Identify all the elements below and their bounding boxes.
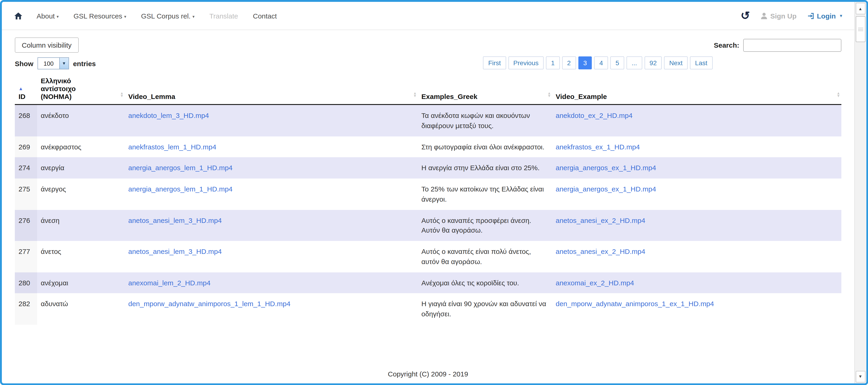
video-lemma-link[interactable]: anetos_anesi_lem_3_HD.mp4	[128, 216, 222, 224]
scrollbar-down-button[interactable]: ▼	[856, 371, 865, 382]
column-header-greek[interactable]: Ελληνικό αντίστοιχο (ΝΟΗΜΑ) ▲▼	[37, 74, 125, 105]
cell-greek-word: ανέκφραστος	[37, 136, 125, 158]
column-header-video-lemma[interactable]: Video_Lemma ▲▼	[125, 74, 418, 105]
cell-video-lemma: anekfrastos_lem_1_HD.mp4	[125, 136, 418, 158]
sort-icon: ▲▼	[413, 92, 417, 98]
nav-item-gsl-resources[interactable]: GSL Resources▾	[73, 12, 126, 20]
page-button-first[interactable]: First	[483, 57, 506, 69]
controls-row-bottom: Show 100 ▼ entries FirstPrevious12345...…	[15, 57, 841, 69]
sort-icon: ▲▼	[837, 92, 840, 98]
history-icon[interactable]: ↺	[741, 10, 750, 21]
table-body: 268 ανέκδοτο anekdoto_lem_3_HD.mp4 Τα αν…	[15, 105, 841, 325]
main-column: About▾GSL Resources▾GSL Corpus rel.▾Tran…	[2, 2, 854, 383]
cell-example-greek: Τα ανέκδοτα κωφών και ακουόντων διαφέρου…	[418, 105, 552, 136]
page-button-5[interactable]: 5	[610, 57, 624, 69]
page-button-last[interactable]: Last	[690, 57, 712, 69]
cell-video-lemma: anergia_anergos_lem_1_HD.mp4	[125, 178, 418, 210]
page-button-92[interactable]: 92	[644, 57, 662, 69]
cell-video-example: anekfrastos_ex_1_HD.mp4	[552, 136, 841, 158]
cell-greek-word: ανέκδοτο	[37, 105, 125, 136]
login-button[interactable]: Login ▾	[808, 12, 842, 20]
entries-select-value: 100	[38, 58, 59, 69]
cell-id: 275	[15, 178, 37, 210]
scale-wrapper: About▾GSL Resources▾GSL Corpus rel.▾Tran…	[0, 0, 868, 385]
table-row: 277 άνετος anetos_anesi_lem_3_HD.mp4 Αυτ…	[15, 241, 841, 272]
nav-item-about[interactable]: About▾	[37, 12, 59, 20]
page-button-next[interactable]: Next	[664, 57, 688, 69]
cell-video-example: anexomai_ex_2_HD.mp4	[552, 272, 841, 293]
table-row: 282 αδυνατώ den_mporw_adynatw_animporos_…	[15, 293, 841, 325]
search-wrap: Search:	[714, 39, 841, 51]
cell-id: 277	[15, 241, 37, 272]
cell-video-example: anergia_anergos_ex_1_HD.mp4	[552, 158, 841, 179]
nav-item-contact[interactable]: Contact	[253, 12, 277, 20]
pagination: FirstPrevious12345...92NextLast	[481, 57, 712, 69]
copyright-text: Copyright (C) 2009 - 2019	[388, 370, 468, 378]
cell-id: 276	[15, 210, 37, 241]
video-lemma-link[interactable]: anergia_anergos_lem_1_HD.mp4	[128, 185, 232, 193]
cell-example-greek: Η ανεργία στην Ελλάδα είναι στο 25%.	[418, 158, 552, 179]
content-area: Column visibility Search: Show 100 ▼ ent…	[2, 30, 854, 365]
page-button-3[interactable]: 3	[578, 57, 592, 69]
page-button-4[interactable]: 4	[594, 57, 608, 69]
video-lemma-link[interactable]: anetos_anesi_lem_3_HD.mp4	[128, 247, 222, 255]
video-lemma-link[interactable]: anekfrastos_lem_1_HD.mp4	[128, 143, 216, 150]
cell-video-example: anetos_anesi_ex_2_HD.mp4	[552, 210, 841, 241]
cell-example-greek: Αυτός ο καναπές προσφέρει άνεση. Αυτόν θ…	[418, 210, 552, 241]
column-header-examples-greek[interactable]: Examples_Greek ▲▼	[418, 74, 552, 105]
table-row: 280 ανέχομαι anexomai_lem_2_HD.mp4 Ανέχο…	[15, 272, 841, 293]
cell-video-lemma: anetos_anesi_lem_3_HD.mp4	[125, 241, 418, 272]
nav-item-gsl-corpus-rel[interactable]: GSL Corpus rel.▾	[141, 12, 194, 20]
cell-id: 268	[15, 105, 37, 136]
home-button[interactable]	[14, 12, 23, 20]
video-example-link[interactable]: anekdoto_ex_2_HD.mp4	[556, 111, 632, 119]
page-button-2[interactable]: 2	[562, 57, 576, 69]
page-button-previous[interactable]: Previous	[508, 57, 544, 69]
table-row: 275 άνεργος anergia_anergos_lem_1_HD.mp4…	[15, 178, 841, 210]
video-lemma-link[interactable]: anekdoto_lem_3_HD.mp4	[128, 111, 209, 119]
nav-right: ↺ Sign Up Login ▾	[741, 10, 842, 21]
show-label: Show	[15, 60, 33, 67]
scrollbar-up-button[interactable]: ▲	[856, 3, 865, 14]
home-icon	[14, 12, 23, 20]
cell-id: 274	[15, 158, 37, 179]
video-example-link[interactable]: anergia_anergos_ex_1_HD.mp4	[556, 185, 656, 193]
vertical-scrollbar[interactable]: ▲ ▼	[854, 2, 866, 383]
cell-greek-word: άνεση	[37, 210, 125, 241]
video-lemma-link[interactable]: den_mporw_adynatw_animporos_1_lem_1_HD.m…	[128, 300, 290, 308]
video-example-link[interactable]: den_mporw_adynatw_animporos_1_ex_1_HD.mp…	[556, 300, 714, 308]
footer: Copyright (C) 2009 - 2019	[2, 365, 854, 383]
cell-video-example: den_mporw_adynatw_animporos_1_ex_1_HD.mp…	[552, 293, 841, 325]
column-visibility-button[interactable]: Column visibility	[15, 37, 79, 53]
video-example-link[interactable]: anetos_anesi_ex_2_HD.mp4	[556, 247, 645, 255]
video-lemma-link[interactable]: anexomai_lem_2_HD.mp4	[128, 279, 211, 286]
video-example-link[interactable]: anekfrastos_ex_1_HD.mp4	[556, 143, 640, 150]
video-lemma-link[interactable]: anergia_anergos_lem_1_HD.mp4	[128, 164, 232, 172]
cell-example-greek: Ανέχομαι όλες τις κοροϊδίες του.	[418, 272, 552, 293]
top-navbar: About▾GSL Resources▾GSL Corpus rel.▾Tran…	[2, 2, 854, 30]
scrollbar-thumb[interactable]	[856, 16, 865, 42]
search-input[interactable]	[743, 39, 841, 51]
video-example-link[interactable]: anexomai_ex_2_HD.mp4	[556, 279, 634, 286]
video-example-link[interactable]: anergia_anergos_ex_1_HD.mp4	[556, 164, 656, 172]
cell-id: 280	[15, 272, 37, 293]
signup-button[interactable]: Sign Up	[761, 12, 797, 20]
page-button-1[interactable]: 1	[546, 57, 560, 69]
login-label: Login	[817, 12, 836, 20]
column-header-video-example[interactable]: Video_Example ▲▼	[552, 74, 841, 105]
cell-video-example: anergia_anergos_ex_1_HD.mp4	[552, 178, 841, 210]
user-icon	[761, 12, 768, 19]
search-label: Search:	[714, 41, 739, 49]
show-entries: Show 100 ▼ entries	[15, 57, 96, 69]
controls-row-top: Column visibility Search:	[15, 37, 841, 53]
cell-example-greek: Στη φωτογραφία είναι όλοι ανέκφραστοι.	[418, 136, 552, 158]
page-button-ellipsis: ...	[626, 57, 642, 69]
entries-select[interactable]: 100 ▼	[37, 57, 69, 69]
cell-video-lemma: den_mporw_adynatw_animporos_1_lem_1_HD.m…	[125, 293, 418, 325]
column-header-id[interactable]: ▲ ID	[15, 74, 37, 105]
cell-example-greek: Το 25% των κατοίκων της Ελλάδας είναι άν…	[418, 178, 552, 210]
video-example-link[interactable]: anetos_anesi_ex_2_HD.mp4	[556, 216, 645, 224]
cell-video-lemma: anetos_anesi_lem_3_HD.mp4	[125, 210, 418, 241]
sort-icon: ▲▼	[547, 92, 551, 98]
cell-id: 282	[15, 293, 37, 325]
